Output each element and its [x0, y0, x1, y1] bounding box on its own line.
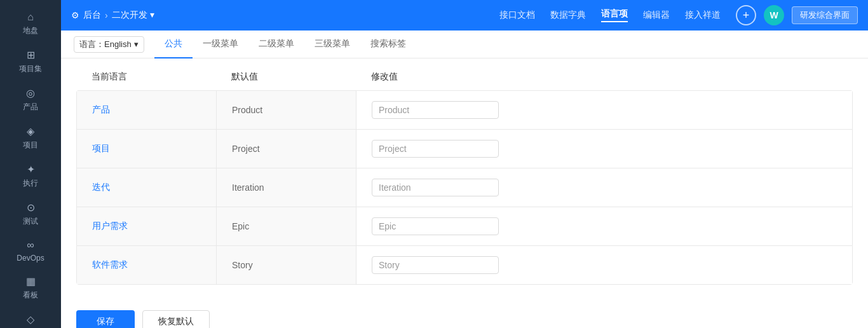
- sidebar-item-label: 看板: [23, 290, 38, 301]
- table-header: 当前语言 默认值 修改值: [76, 71, 853, 90]
- sidebar-item-execution[interactable]: ✦ 执行: [0, 157, 61, 195]
- test-icon: ⊙: [27, 202, 35, 214]
- table-body: 产品 Product 项目 Project 迭代 Iteration 用户需求 …: [76, 90, 853, 285]
- gear-icon: ⚙: [71, 10, 79, 20]
- sidebar-item-label: 项目: [23, 140, 38, 151]
- cell-default-3: Epic: [217, 207, 356, 245]
- sidebar-item-test[interactable]: ⊙ 测试: [0, 195, 61, 233]
- assets-icon: ◇: [27, 313, 34, 325]
- save-button[interactable]: 保存: [76, 310, 135, 328]
- cell-default-4: Story: [217, 246, 356, 284]
- breadcrumb-sep: ›: [105, 10, 108, 20]
- devops-icon: ∞: [27, 240, 34, 251]
- breadcrumb-part1[interactable]: 后台: [83, 10, 101, 21]
- lang-dropdown-icon: ▾: [134, 39, 139, 49]
- sidebar-item-label: 项目集: [19, 64, 42, 74]
- dropdown-arrow-icon: ▾: [150, 10, 154, 20]
- topbar-nav-access[interactable]: 接入祥道: [685, 10, 721, 21]
- cell-input-2: [356, 168, 852, 207]
- topbar-nav-data-dict[interactable]: 数据字典: [550, 10, 586, 21]
- projects-icon: ⊞: [27, 49, 35, 61]
- project-icon: ◈: [27, 125, 34, 137]
- table-row: 产品 Product: [76, 90, 853, 129]
- tab-public[interactable]: 公共: [154, 31, 193, 58]
- input-field-1[interactable]: [372, 140, 499, 158]
- input-field-2[interactable]: [372, 179, 499, 196]
- add-button[interactable]: +: [736, 5, 756, 25]
- col-default: 默认值: [216, 71, 356, 83]
- sidebar-item-label: 执行: [23, 178, 38, 189]
- topbar-nav-api-docs[interactable]: 接口文档: [499, 10, 535, 21]
- topbar-nav: 接口文档数据字典语言项编辑器接入祥道: [499, 8, 721, 22]
- cell-default-2: Iteration: [217, 168, 356, 207]
- lang-select-label: 语言：English: [79, 39, 132, 50]
- table-row: 迭代 Iteration: [76, 168, 853, 207]
- cell-cn-4: 软件需求: [77, 246, 217, 284]
- sidebar-item-project[interactable]: ◈ 项目: [0, 119, 61, 157]
- tab-search-tags[interactable]: 搜索标签: [360, 31, 416, 58]
- tab-bar: 语言：English ▾ 公共一级菜单二级菜单三级菜单搜索标签: [61, 31, 868, 58]
- topbar-nav-editor[interactable]: 编辑器: [643, 10, 670, 21]
- cell-cn-3: 用户需求: [77, 207, 217, 245]
- tab-level2[interactable]: 二级菜单: [248, 31, 304, 58]
- sidebar-item-projects[interactable]: ⊞ 项目集: [0, 43, 61, 81]
- product-icon: ◎: [26, 87, 35, 99]
- language-select[interactable]: 语言：English ▾: [74, 36, 144, 53]
- action-bar: 保存 恢复默认: [61, 297, 868, 328]
- col-current-lang: 当前语言: [76, 71, 216, 83]
- breadcrumb-part2[interactable]: 二次开发 ▾: [112, 10, 154, 21]
- sidebar-item-devops[interactable]: ∞ DevOps: [0, 233, 61, 269]
- sidebar: ⌂ 地盘 ⊞ 项目集 ◎ 产品 ◈ 项目 ✦ 执行 ⊙ 测试 ∞ DevOps …: [0, 0, 61, 328]
- table-area: 当前语言 默认值 修改值 产品 Product 项目 Project 迭代 It…: [61, 58, 868, 297]
- dev-console-button[interactable]: 研发综合界面: [792, 6, 858, 24]
- cell-input-0: [356, 91, 852, 129]
- sidebar-item-label: 地盘: [23, 25, 38, 36]
- reset-button[interactable]: 恢复默认: [142, 310, 210, 328]
- topbar: ⚙ 后台 › 二次开发 ▾ 接口文档数据字典语言项编辑器接入祥道 + W 研发综…: [61, 0, 868, 31]
- cell-input-1: [356, 130, 852, 168]
- cell-default-1: Project: [217, 130, 356, 168]
- sidebar-item-assets[interactable]: ◇ 资产库: [0, 307, 61, 328]
- table-row: 用户需求 Epic: [76, 207, 853, 245]
- sidebar-item-product[interactable]: ◎ 产品: [0, 81, 61, 119]
- content-area: 语言：English ▾ 公共一级菜单二级菜单三级菜单搜索标签 当前语言 默认值…: [61, 31, 868, 328]
- tab-level3[interactable]: 三级菜单: [304, 31, 360, 58]
- sidebar-item-label: DevOps: [17, 254, 44, 263]
- cell-input-3: [356, 207, 852, 245]
- input-field-3[interactable]: [372, 217, 499, 235]
- topbar-actions: + W 研发综合界面: [736, 5, 858, 25]
- execution-icon: ✦: [27, 163, 35, 175]
- cell-cn-0: 产品: [77, 91, 217, 129]
- cell-default-0: Product: [217, 91, 356, 129]
- breadcrumb: ⚙ 后台 › 二次开发 ▾: [71, 10, 499, 21]
- avatar[interactable]: W: [764, 5, 784, 25]
- input-field-4[interactable]: [372, 256, 499, 274]
- sidebar-item-dashboard[interactable]: ⌂ 地盘: [0, 5, 61, 43]
- dashboard-icon: ⌂: [27, 11, 34, 23]
- cell-cn-2: 迭代: [77, 168, 217, 207]
- sidebar-item-label: 产品: [23, 102, 38, 113]
- tab-level1[interactable]: 一级菜单: [193, 31, 248, 58]
- kanban-icon: ▦: [26, 275, 36, 287]
- cell-input-4: [356, 246, 852, 284]
- table-row: 软件需求 Story: [76, 245, 853, 285]
- input-field-0[interactable]: [372, 101, 499, 119]
- sidebar-item-kanban[interactable]: ▦ 看板: [0, 269, 61, 307]
- cell-cn-1: 项目: [77, 130, 217, 168]
- table-row: 项目 Project: [76, 129, 853, 168]
- topbar-nav-lang[interactable]: 语言项: [601, 8, 628, 22]
- main-area: ⚙ 后台 › 二次开发 ▾ 接口文档数据字典语言项编辑器接入祥道 + W 研发综…: [61, 0, 868, 328]
- sidebar-item-label: 测试: [23, 216, 38, 227]
- col-modified: 修改值: [356, 71, 853, 83]
